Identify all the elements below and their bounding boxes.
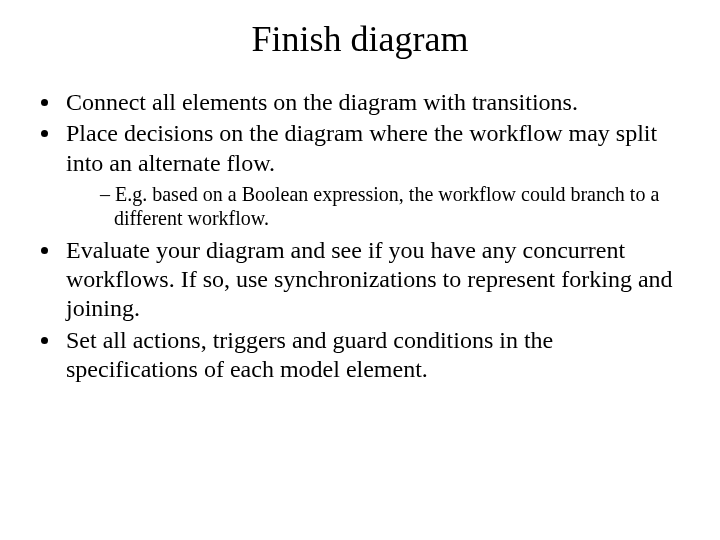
bullet-item: Place decisions on the diagram where the… bbox=[62, 119, 690, 230]
bullet-item: Evaluate your diagram and see if you hav… bbox=[62, 236, 690, 324]
bullet-text: Place decisions on the diagram where the… bbox=[66, 120, 657, 175]
bullet-item: Connect all elements on the diagram with… bbox=[62, 88, 690, 117]
sub-bullet-item: E.g. based on a Boolean expression, the … bbox=[100, 182, 690, 230]
sub-bullet-list: E.g. based on a Boolean expression, the … bbox=[66, 182, 690, 230]
slide-title: Finish diagram bbox=[30, 18, 690, 60]
slide: Finish diagram Connect all elements on t… bbox=[0, 0, 720, 540]
bullet-item: Set all actions, triggers and guard cond… bbox=[62, 326, 690, 385]
bullet-list: Connect all elements on the diagram with… bbox=[30, 88, 690, 384]
